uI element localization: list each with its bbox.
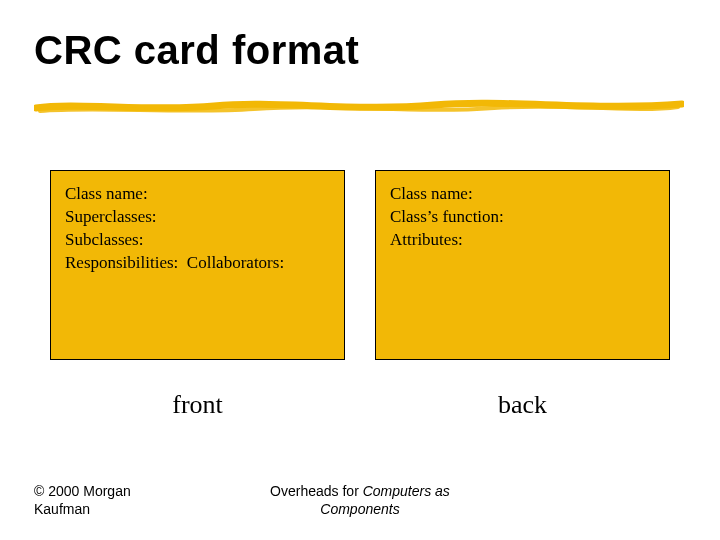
back-function-label: Class’s function:: [390, 206, 655, 229]
slide-footer: © 2000 Morgan Kaufman Overheads for Comp…: [34, 482, 686, 518]
copyright-line1: © 2000 Morgan: [34, 483, 131, 499]
front-subclasses-label: Subclasses:: [65, 229, 330, 252]
back-label: back: [375, 390, 670, 420]
footer-center-prefix: Overheads for: [270, 483, 363, 499]
footer-center: Overheads for Computers as Components: [214, 482, 506, 518]
footer-center-italic1: Computers as: [363, 483, 450, 499]
cards-container: Class name: Superclasses: Subclasses: Re…: [50, 170, 670, 360]
footer-center-italic2: Components: [320, 501, 399, 517]
footer-copyright: © 2000 Morgan Kaufman: [34, 482, 214, 518]
copyright-line2: Kaufman: [34, 501, 90, 517]
front-class-name-label: Class name:: [65, 183, 330, 206]
front-superclasses-label: Superclasses:: [65, 206, 330, 229]
front-label: front: [50, 390, 345, 420]
back-attributes-label: Attributes:: [390, 229, 655, 252]
crc-card-front: Class name: Superclasses: Subclasses: Re…: [50, 170, 345, 360]
crc-card-back: Class name: Class’s function: Attributes…: [375, 170, 670, 360]
card-labels-row: front back: [50, 390, 670, 420]
title-underline-brush: [34, 98, 684, 116]
slide-title: CRC card format: [0, 0, 720, 73]
back-class-name-label: Class name:: [390, 183, 655, 206]
front-responsibilities-collaborators-label: Responsibilities: Collaborators:: [65, 252, 330, 275]
